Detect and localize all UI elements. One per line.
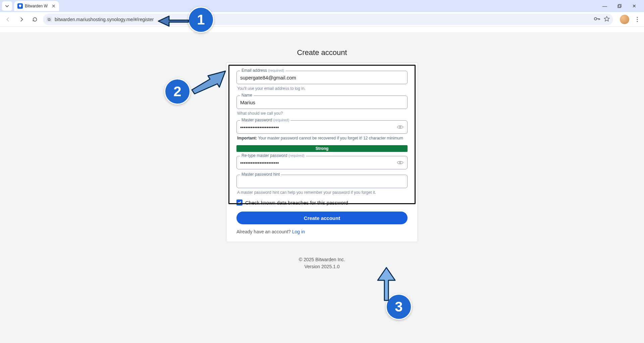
copyright: © 2025 Bitwarden Inc.: [299, 256, 345, 263]
maximize-icon: [618, 4, 622, 8]
back-arrow-icon: [5, 16, 11, 22]
registration-card: Email address (required) You'll use your…: [226, 62, 418, 242]
site-info-icon[interactable]: ⧉: [46, 17, 52, 22]
tab-list-dropdown[interactable]: [2, 1, 12, 11]
version: Version 2025.1.0: [299, 263, 345, 270]
hint-helper: A master password hint can help you reme…: [237, 190, 408, 195]
close-window-button[interactable]: ✕: [628, 1, 641, 11]
breach-checkbox-label: Check known data breaches for this passw…: [245, 200, 348, 206]
toggle-password-visibility[interactable]: [396, 123, 404, 131]
maximize-button[interactable]: [613, 1, 626, 11]
kebab-icon: [637, 17, 638, 22]
retype-password-group: Re-type master password (required): [236, 156, 408, 169]
email-input[interactable]: [240, 75, 404, 80]
svg-point-4: [637, 19, 638, 20]
svg-point-6: [399, 126, 401, 128]
email-helper: You'll use your email address to log in.: [237, 86, 408, 91]
svg-point-5: [637, 21, 638, 22]
browser-tab[interactable]: Bitwarden W ✕: [14, 1, 59, 11]
tab-title: Bitwarden W: [25, 4, 48, 8]
hint-label: Master password hint: [240, 172, 281, 177]
name-label: Name: [240, 93, 254, 98]
browser-toolbar: ⧉ bitwarden.mariushosting.synology.me/#/…: [0, 12, 644, 27]
master-password-helper: Important: Your master password cannot b…: [237, 136, 408, 140]
reload-button[interactable]: [30, 14, 40, 25]
window-titlebar: Bitwarden W ✕ — ✕: [0, 0, 644, 12]
svg-rect-1: [619, 4, 621, 7]
login-prompt: Already have an account? Log in: [236, 229, 408, 234]
page-content: Create account Email address (required) …: [0, 32, 644, 343]
breach-checkbox[interactable]: [236, 199, 243, 206]
back-button[interactable]: [3, 14, 13, 25]
annotation-3: 3: [386, 294, 412, 320]
email-field-group: Email address (required): [236, 71, 408, 84]
svg-point-2: [594, 17, 597, 20]
email-label: Email address (required): [240, 68, 285, 73]
window-controls: — ✕: [598, 1, 643, 11]
name-field-group: Name: [236, 96, 408, 109]
retype-password-label: Re-type master password (required): [240, 153, 306, 158]
page-footer: © 2025 Bitwarden Inc. Version 2025.1.0: [299, 256, 345, 270]
master-password-input[interactable]: [240, 124, 396, 130]
create-account-button[interactable]: Create account: [236, 212, 408, 224]
master-password-label: Master password (required): [240, 118, 290, 122]
password-manager-icon[interactable]: [594, 16, 600, 22]
eye-icon: [397, 160, 404, 165]
retype-password-input[interactable]: [240, 160, 396, 166]
annotation-2: 2: [164, 78, 191, 105]
chevron-down-icon: [5, 4, 9, 8]
svg-point-3: [637, 17, 638, 18]
address-bar[interactable]: ⧉ bitwarden.mariushosting.synology.me/#/…: [43, 14, 613, 25]
hint-field-group: Master password hint: [236, 175, 408, 188]
breach-check-row[interactable]: Check known data breaches for this passw…: [236, 199, 408, 206]
name-input[interactable]: [240, 100, 404, 105]
toggle-retype-visibility[interactable]: [396, 159, 404, 167]
master-password-group: Master password (required): [236, 120, 408, 134]
close-tab-icon[interactable]: ✕: [52, 3, 56, 9]
bitwarden-favicon: [17, 3, 23, 9]
url-text: bitwarden.mariushosting.synology.me/#/re…: [55, 17, 154, 22]
name-helper: What should we call you?: [237, 111, 408, 116]
svg-rect-0: [618, 5, 621, 8]
forward-button[interactable]: [16, 14, 27, 25]
check-icon: [237, 201, 241, 205]
svg-point-7: [399, 162, 401, 164]
reload-icon: [32, 16, 38, 22]
eye-icon: [397, 125, 404, 129]
forward-arrow-icon: [18, 16, 24, 22]
annotation-1: 1: [188, 7, 214, 33]
profile-avatar[interactable]: [620, 15, 629, 24]
bookmark-icon[interactable]: [604, 16, 610, 23]
login-link[interactable]: Log in: [292, 229, 305, 234]
hint-input[interactable]: [240, 179, 404, 184]
browser-menu-button[interactable]: [633, 14, 641, 25]
password-strength-meter: Strong: [236, 145, 408, 152]
minimize-button[interactable]: —: [598, 1, 611, 11]
page-title: Create account: [297, 48, 347, 57]
